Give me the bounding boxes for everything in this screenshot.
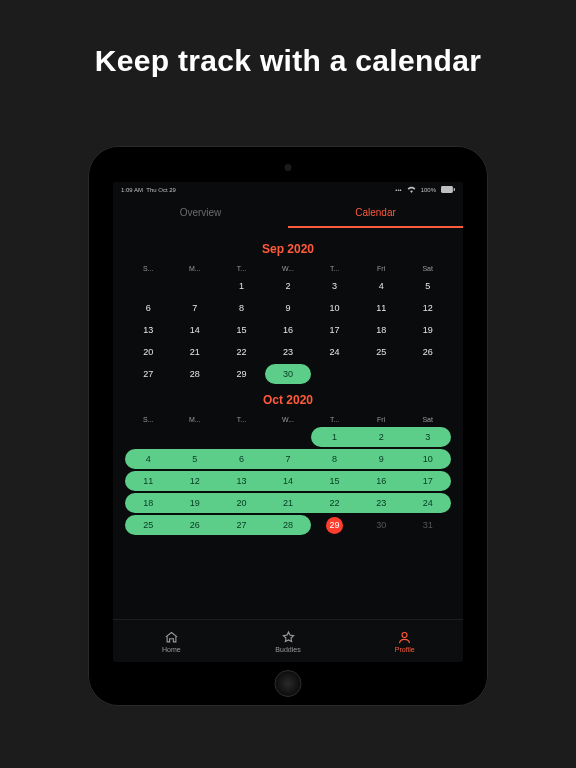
weekday-header-oct: S... M... T... W... T... Fri Sat (125, 413, 451, 426)
day-cell[interactable] (218, 427, 265, 447)
day-cell-tracked[interactable]: 15 (311, 471, 358, 491)
day-cell-tracked[interactable]: 14 (265, 471, 312, 491)
day-cell-tracked[interactable]: 24 (404, 493, 451, 513)
hardware-home-button[interactable] (275, 670, 302, 697)
day-cell-tracked[interactable]: 27 (218, 515, 265, 535)
day-cell-tracked[interactable]: 23 (358, 493, 405, 513)
day-cell[interactable]: 22 (218, 342, 265, 362)
nav-buddies[interactable]: Buddies (230, 620, 347, 662)
day-cell[interactable]: 13 (125, 320, 172, 340)
battery-icon (441, 186, 455, 193)
tablet-frame: 1:09 AM Thu Oct 29 ••• 100% Overview Cal… (88, 146, 488, 706)
nav-home[interactable]: Home (113, 620, 230, 662)
segmented-tabs: Overview Calendar (113, 199, 463, 228)
day-cell-tracked[interactable]: 7 (265, 449, 312, 469)
day-cell[interactable]: 16 (265, 320, 312, 340)
tab-overview[interactable]: Overview (113, 199, 288, 228)
day-cell-tracked[interactable]: 25 (125, 515, 172, 535)
day-cell-tracked[interactable]: 13 (218, 471, 265, 491)
status-left: 1:09 AM Thu Oct 29 (121, 187, 176, 193)
oct-row: 1 2 3 (125, 426, 451, 448)
day-cell[interactable]: 1 (218, 276, 265, 296)
day-cell-tracked[interactable]: 20 (218, 493, 265, 513)
weekday-header-sep: S... M... T... W... T... Fri Sat (125, 262, 451, 275)
day-cell[interactable] (358, 364, 405, 384)
day-cell[interactable]: 12 (404, 298, 451, 318)
day-cell[interactable] (172, 276, 219, 296)
day-cell-tracked[interactable]: 16 (358, 471, 405, 491)
day-cell-tracked[interactable]: 2 (358, 427, 405, 447)
day-cell[interactable]: 10 (311, 298, 358, 318)
day-cell[interactable]: 18 (358, 320, 405, 340)
profile-icon (397, 630, 412, 645)
day-cell-tracked[interactable]: 12 (172, 471, 219, 491)
day-cell[interactable]: 15 (218, 320, 265, 340)
front-camera (285, 164, 292, 171)
nav-profile[interactable]: Profile (346, 620, 463, 662)
sep-row: 13 14 15 16 17 18 19 (125, 319, 451, 341)
day-cell[interactable]: 7 (172, 298, 219, 318)
day-cell[interactable]: 23 (265, 342, 312, 362)
day-cell-future[interactable]: 31 (404, 515, 451, 535)
bottom-nav: Home Buddies Profile (113, 619, 463, 662)
day-cell[interactable]: 14 (172, 320, 219, 340)
day-cell-today[interactable]: 29 (311, 515, 358, 535)
day-cell-tracked[interactable]: 17 (404, 471, 451, 491)
day-cell[interactable]: 21 (172, 342, 219, 362)
day-cell-tracked[interactable]: 1 (311, 427, 358, 447)
day-cell[interactable]: 27 (125, 364, 172, 384)
day-cell[interactable]: 28 (172, 364, 219, 384)
day-cell-tracked[interactable]: 26 (172, 515, 219, 535)
day-cell[interactable]: 9 (265, 298, 312, 318)
sep-row: 27 28 29 30 (125, 363, 451, 385)
day-cell-tracked[interactable]: 9 (358, 449, 405, 469)
day-cell[interactable]: 2 (265, 276, 312, 296)
day-cell-tracked[interactable]: 28 (265, 515, 312, 535)
day-cell-tracked[interactable]: 6 (218, 449, 265, 469)
day-cell[interactable] (125, 427, 172, 447)
sep-row: 1 2 3 4 5 (125, 275, 451, 297)
day-cell-tracked[interactable]: 4 (125, 449, 172, 469)
home-icon (164, 630, 179, 645)
day-cell-tracked[interactable]: 18 (125, 493, 172, 513)
day-cell[interactable] (404, 364, 451, 384)
screen: 1:09 AM Thu Oct 29 ••• 100% Overview Cal… (113, 182, 463, 662)
day-cell[interactable]: 25 (358, 342, 405, 362)
day-cell[interactable]: 6 (125, 298, 172, 318)
promo-headline: Keep track with a calendar (0, 44, 576, 78)
day-cell[interactable] (265, 427, 312, 447)
oct-row: 25 26 27 28 29 30 31 (125, 514, 451, 536)
day-cell[interactable]: 4 (358, 276, 405, 296)
day-cell[interactable]: 19 (404, 320, 451, 340)
day-cell[interactable]: 24 (311, 342, 358, 362)
tab-calendar[interactable]: Calendar (288, 199, 463, 228)
day-cell-tracked[interactable]: 30 (265, 364, 312, 384)
day-cell[interactable]: 26 (404, 342, 451, 362)
day-cell-tracked[interactable]: 19 (172, 493, 219, 513)
day-cell[interactable]: 17 (311, 320, 358, 340)
month-title-oct: Oct 2020 (125, 393, 451, 407)
day-cell-tracked[interactable]: 5 (172, 449, 219, 469)
day-cell[interactable]: 3 (311, 276, 358, 296)
day-cell[interactable] (125, 276, 172, 296)
day-cell-tracked[interactable]: 8 (311, 449, 358, 469)
day-cell[interactable]: 20 (125, 342, 172, 362)
oct-row: 18 19 20 21 22 23 24 (125, 492, 451, 514)
day-cell[interactable] (172, 427, 219, 447)
wifi-icon (407, 186, 416, 193)
day-cell[interactable] (311, 364, 358, 384)
nav-profile-label: Profile (395, 646, 415, 653)
day-cell-future[interactable]: 30 (358, 515, 405, 535)
day-cell-tracked[interactable]: 22 (311, 493, 358, 513)
day-cell[interactable]: 5 (404, 276, 451, 296)
day-cell[interactable]: 29 (218, 364, 265, 384)
day-cell[interactable]: 11 (358, 298, 405, 318)
day-cell-tracked[interactable]: 3 (404, 427, 451, 447)
nav-home-label: Home (162, 646, 181, 653)
day-cell-tracked[interactable]: 10 (404, 449, 451, 469)
nav-buddies-label: Buddies (275, 646, 300, 653)
day-cell-tracked[interactable]: 21 (265, 493, 312, 513)
day-cell-tracked[interactable]: 11 (125, 471, 172, 491)
day-cell[interactable]: 8 (218, 298, 265, 318)
month-title-sep: Sep 2020 (125, 242, 451, 256)
